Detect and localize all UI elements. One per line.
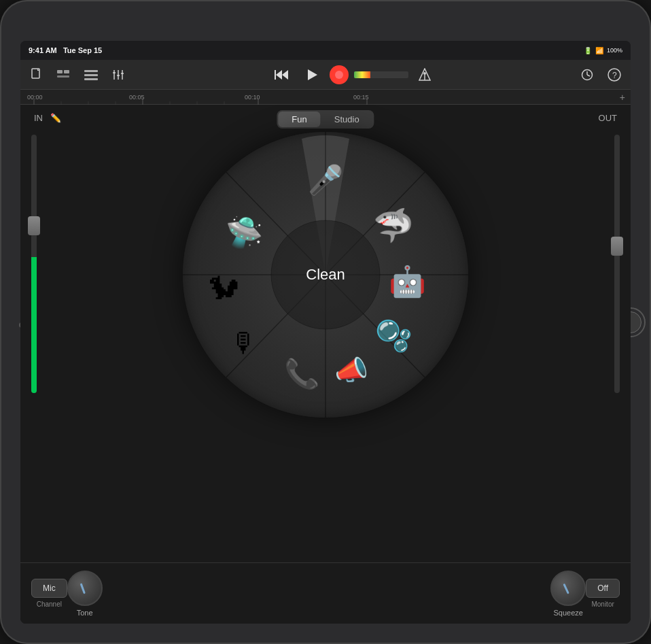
toolbar: ? [20, 60, 631, 90]
input-slider-track [31, 135, 37, 393]
ruler-ticks [20, 90, 631, 105]
mic-channel-group: Mic Channel [31, 579, 67, 608]
date-label: Tue Sep 15 [63, 46, 102, 54]
svg-rect-4 [84, 70, 98, 72]
status-right: 🔋 📶 100% [584, 47, 622, 54]
svg-marker-16 [308, 69, 317, 80]
svg-rect-12 [121, 73, 124, 74]
ipad-screen: 9:41 AM Tue Sep 15 🔋 📶 100% [20, 41, 631, 624]
main-content: IN ✏️ OUT Fun Studio [20, 105, 631, 624]
effect-megaphone[interactable]: 📣 [330, 348, 373, 392]
svg-rect-5 [84, 74, 98, 76]
tone-knob-indicator [80, 583, 86, 594]
effects-wheel-container: 🎤 🛸 🦈 🐿 🤖 🎙 🫧 📞 [183, 132, 468, 418]
record-indicator [335, 71, 343, 79]
add-track-button[interactable]: + [620, 92, 625, 103]
squeeze-knob-indicator [563, 583, 569, 594]
squeeze-knob[interactable] [550, 571, 586, 606]
svg-marker-14 [282, 70, 288, 80]
svg-rect-3 [57, 75, 69, 78]
squeeze-knob-label: Squeeze [553, 609, 582, 617]
ipad-frame: 9:41 AM Tue Sep 15 🔋 📶 100% [0, 0, 651, 644]
battery-icon: 🔋 [584, 47, 592, 54]
status-bar: 9:41 AM Tue Sep 15 🔋 📶 100% [20, 41, 631, 60]
effects-wheel[interactable]: 🎤 🛸 🦈 🐿 🤖 🎙 🫧 📞 [183, 132, 468, 418]
toolbar-right: ? [576, 64, 625, 86]
rewind-button[interactable] [270, 63, 294, 87]
in-label: IN [34, 113, 43, 123]
play-button[interactable] [300, 63, 324, 87]
tone-knob[interactable] [67, 571, 103, 606]
effect-telephone[interactable]: 📞 [280, 352, 323, 395]
battery-label: 100% [607, 47, 622, 54]
svg-rect-6 [84, 78, 98, 80]
svg-rect-11 [117, 75, 120, 76]
timeline-ruler: 00:00 00:05 00:10 00:15 + [20, 90, 631, 105]
time-label: 9:41 AM [29, 46, 57, 54]
output-slider-track [614, 135, 620, 393]
mode-toggle: Fun Studio [277, 110, 374, 129]
tone-knob-group: Tone [67, 571, 103, 617]
input-slider-thumb[interactable] [28, 216, 40, 235]
fun-mode-button[interactable]: Fun [278, 112, 320, 127]
mixer-button[interactable] [107, 64, 129, 86]
output-slider-thumb[interactable] [611, 237, 623, 256]
mic-channel-button[interactable]: Mic [31, 579, 67, 598]
status-time: 9:41 AM Tue Sep 15 [29, 46, 102, 54]
monitor-label: Monitor [591, 600, 614, 608]
effect-microphone[interactable]: 🎤 [304, 158, 347, 201]
help-button[interactable]: ? [603, 64, 625, 86]
tracks-view-button[interactable] [53, 64, 75, 86]
level-meter [354, 71, 408, 78]
level-fill [354, 71, 370, 78]
effect-alien[interactable]: 🛸 [222, 211, 266, 254]
metronome-button[interactable] [414, 64, 436, 86]
record-button[interactable] [330, 65, 349, 84]
svg-point-19 [423, 72, 426, 75]
effect-stage-mic[interactable]: 🎙 [222, 321, 266, 365]
studio-mode-button[interactable]: Studio [321, 112, 373, 127]
effect-squirrel[interactable]: 🐿 [202, 267, 245, 310]
effect-robot[interactable]: 🤖 [385, 260, 429, 303]
edit-icon: ✏️ [50, 113, 61, 123]
monitor-group: Off Monitor [586, 579, 620, 608]
input-slider-fill [31, 257, 37, 393]
tempo-button[interactable] [576, 64, 598, 86]
monitor-button[interactable]: Off [586, 579, 620, 598]
svg-rect-2 [64, 70, 69, 73]
svg-text:?: ? [612, 71, 617, 80]
svg-line-22 [587, 75, 590, 76]
list-view-button[interactable] [80, 64, 102, 86]
mic-channel-label: Channel [37, 600, 62, 608]
squeeze-knob-group: Squeeze [550, 571, 586, 617]
effect-monster[interactable]: 🦈 [372, 204, 415, 248]
toolbar-center [270, 63, 436, 87]
tone-knob-label: Tone [77, 609, 93, 617]
bottom-controls: Mic Channel Tone Squeeze [20, 562, 631, 624]
svg-rect-15 [275, 70, 276, 80]
svg-point-43 [271, 220, 380, 329]
new-song-button[interactable] [26, 64, 48, 86]
svg-marker-13 [276, 70, 282, 80]
svg-rect-10 [113, 72, 116, 73]
wifi-icon: 📶 [595, 47, 603, 54]
effect-bubbles[interactable]: 🫧 [372, 314, 415, 358]
out-label: OUT [599, 113, 617, 123]
svg-rect-1 [57, 70, 63, 73]
toolbar-left [26, 64, 129, 86]
